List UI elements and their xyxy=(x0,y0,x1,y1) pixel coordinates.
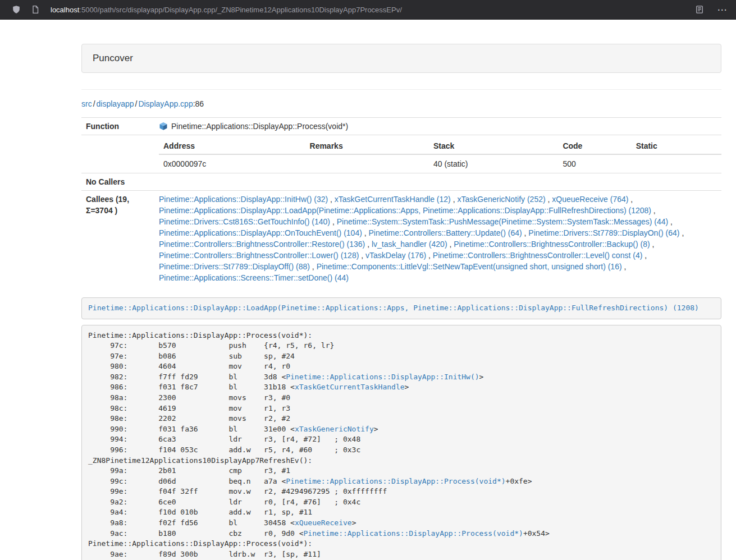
stats-row-container: Address Remarks Stack Code Static 0x0000… xyxy=(81,135,721,173)
callee-link[interactable]: Pinetime::Controllers::Battery::Update()… xyxy=(369,228,522,237)
breadcrumb-displayapp[interactable]: displayapp xyxy=(97,99,134,108)
function-table: Function Pinetime::Applications::Display… xyxy=(81,117,721,286)
column-header-address: Address xyxy=(159,138,305,154)
no-callers-value xyxy=(154,173,721,191)
stack-value: 40 (static) xyxy=(429,154,558,173)
callee-separator: , xyxy=(628,195,633,204)
column-header-stack: Stack xyxy=(429,138,558,154)
page-title: Puncover xyxy=(93,52,710,65)
callee-link[interactable]: Pinetime::Controllers::BrightnessControl… xyxy=(433,251,642,260)
callee-link[interactable]: xQueueReceive (764) xyxy=(552,195,628,204)
callees-row: Callees (19, Σ=3704 ) Pinetime::Applicat… xyxy=(81,191,721,287)
callee-link[interactable]: Pinetime::Controllers::BrightnessControl… xyxy=(159,251,359,260)
callee-separator: , xyxy=(310,262,317,271)
stats-data-row: 0x0000097c 40 (static) 500 xyxy=(159,154,721,173)
callee-link[interactable]: Pinetime::Applications::Screens::Timer::… xyxy=(159,273,349,282)
url-bar[interactable]: localhost:5000/path/src/displayapp/Displ… xyxy=(51,6,684,14)
shield-icon[interactable] xyxy=(9,2,24,17)
callee-link[interactable]: Pinetime::Controllers::BrightnessControl… xyxy=(159,240,365,249)
callee-link[interactable]: Pinetime::Applications::DisplayApp::OnTo… xyxy=(159,228,362,237)
callee-separator: , xyxy=(546,195,552,204)
callee-link[interactable]: Pinetime::Applications::DisplayApp::Init… xyxy=(159,195,328,204)
callee-link[interactable]: lv_task_handler (420) xyxy=(372,240,447,249)
callee-separator: , xyxy=(362,228,369,237)
column-header-code: Code xyxy=(558,138,631,154)
stats-table: Address Remarks Stack Code Static 0x0000… xyxy=(159,138,721,173)
page-title-panel: Puncover xyxy=(81,44,721,73)
snippet-block: Pinetime::Applications::DisplayApp::Load… xyxy=(81,297,721,319)
function-icon xyxy=(159,122,168,131)
callee-link[interactable]: vTaskDelay (176) xyxy=(365,251,426,260)
callee-link[interactable]: Pinetime::Drivers::St7789::DisplayOn() (… xyxy=(528,228,679,237)
callee-link[interactable]: Pinetime::Drivers::Cst816S::GetTouchInfo… xyxy=(159,217,330,226)
column-header-static: Static xyxy=(632,138,721,154)
callee-separator: , xyxy=(447,240,454,249)
static-value xyxy=(632,154,721,173)
symbol-link[interactable]: xQueueReceive xyxy=(295,518,352,527)
function-row-header: Function xyxy=(81,118,154,135)
no-callers-row: No Callers xyxy=(81,173,721,191)
page-info-icon[interactable] xyxy=(28,2,43,17)
callee-link[interactable]: Pinetime::Drivers::St7789::DisplayOff() … xyxy=(159,262,310,271)
callee-separator: , xyxy=(680,228,684,237)
symbol-link[interactable]: xTaskGenericNotify xyxy=(295,425,374,433)
callee-separator: , xyxy=(651,206,656,215)
column-header-remarks: Remarks xyxy=(305,138,429,154)
main-content: Puncover src/displayapp/DisplayApp.cpp:8… xyxy=(81,44,721,560)
reader-view-icon[interactable] xyxy=(692,2,707,17)
code-value: 500 xyxy=(558,154,631,173)
breadcrumb-src[interactable]: src xyxy=(81,99,92,108)
callees-header: Callees (19, Σ=3704 ) xyxy=(81,191,154,287)
callee-separator: , xyxy=(365,240,372,249)
symbol-link[interactable]: Pinetime::Applications::DisplayApp::Proc… xyxy=(304,529,523,538)
symbol-link[interactable]: Pinetime::Applications::DisplayApp::Proc… xyxy=(286,477,505,485)
disassembly-block: Pinetime::Applications::DisplayApp::Proc… xyxy=(81,325,721,560)
symbol-link[interactable]: xTaskGetCurrentTaskHandle xyxy=(295,383,405,391)
browser-toolbar: localhost:5000/path/src/displayapp/Displ… xyxy=(0,0,736,20)
callee-link[interactable]: Pinetime::Controllers::BrightnessControl… xyxy=(454,240,650,249)
callee-link[interactable]: Pinetime::Components::LittleVgl::SetNewT… xyxy=(317,262,622,271)
divider xyxy=(81,89,721,90)
callee-separator: , xyxy=(622,262,627,271)
callee-separator: , xyxy=(522,228,529,237)
callee-separator: , xyxy=(451,195,458,204)
callee-separator: , xyxy=(642,251,647,260)
callee-link[interactable]: Pinetime::Applications::DisplayApp::Load… xyxy=(159,206,651,215)
callee-separator: , xyxy=(359,251,365,260)
url-host: localhost xyxy=(51,6,79,14)
callee-link[interactable]: xTaskGenericNotify (252) xyxy=(457,195,545,204)
callee-separator: , xyxy=(426,251,433,260)
symbol-link[interactable]: Pinetime::Applications::DisplayApp::Init… xyxy=(286,373,479,381)
callee-separator: , xyxy=(330,217,337,226)
address-value: 0x0000097c xyxy=(159,154,305,173)
breadcrumb-line-number: :86 xyxy=(193,99,204,108)
callee-link[interactable]: Pinetime::System::SystemTask::PushMessag… xyxy=(337,217,669,226)
breadcrumb-separator: / xyxy=(93,99,95,108)
disassembly-code: Pinetime::Applications::DisplayApp::Proc… xyxy=(88,331,550,560)
function-name: Pinetime::Applications::DisplayApp::Proc… xyxy=(171,122,348,131)
snippet-link[interactable]: Pinetime::Applications::DisplayApp::Load… xyxy=(88,304,699,312)
no-callers-header: No Callers xyxy=(81,173,154,191)
callees-list: Pinetime::Applications::DisplayApp::Init… xyxy=(159,194,717,283)
callee-separator: , xyxy=(668,217,673,226)
function-row: Function Pinetime::Applications::Display… xyxy=(81,118,721,135)
url-path: :5000/path/src/displayapp/DisplayApp.cpp… xyxy=(79,6,402,14)
callee-separator: , xyxy=(328,195,335,204)
callee-link[interactable]: xTaskGetCurrentTaskHandle (12) xyxy=(335,195,451,204)
breadcrumb-file[interactable]: DisplayApp.cpp xyxy=(138,99,193,108)
breadcrumb-separator: / xyxy=(135,99,138,108)
callee-separator: , xyxy=(650,240,655,249)
breadcrumb: src/displayapp/DisplayApp.cpp:86 xyxy=(81,98,721,109)
remarks-value xyxy=(305,154,429,173)
overflow-menu-icon[interactable]: ⋯ xyxy=(715,2,729,17)
toolbar-right-actions: ⋯ xyxy=(684,2,729,17)
stats-header-row: Address Remarks Stack Code Static xyxy=(159,138,721,154)
